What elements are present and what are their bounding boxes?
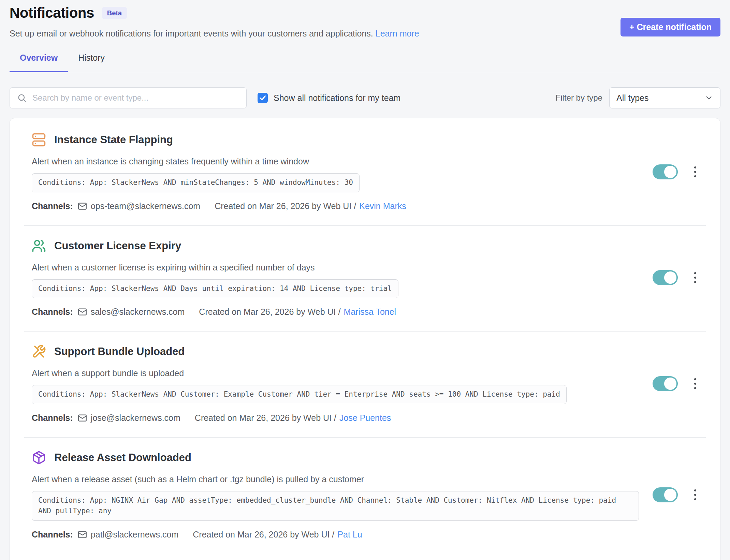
conditions-box: Conditions: App: SlackerNews AND Custome… xyxy=(32,385,567,404)
users-icon xyxy=(32,239,46,253)
filter-group: Filter by type All types xyxy=(556,87,720,108)
mail-icon xyxy=(78,413,87,423)
channels-label: Channels: xyxy=(32,530,73,540)
notification-description: Alert when a release asset (such as a He… xyxy=(32,474,639,484)
created-by-link[interactable]: Jose Puentes xyxy=(339,413,391,423)
notifications-page: Notifications Beta + Create notification… xyxy=(0,0,730,560)
package-icon xyxy=(32,451,46,465)
channel-email: sales@slackernews.com xyxy=(91,307,185,317)
notification-title: Customer License Expiry xyxy=(54,240,181,252)
notification-toggle[interactable] xyxy=(653,487,678,502)
kebab-menu-button[interactable] xyxy=(692,164,698,179)
tab-bar: Overview History xyxy=(10,53,720,72)
filter-type-value: All types xyxy=(616,93,648,103)
notification-description: Alert when an instance is changing state… xyxy=(32,157,639,166)
channels-row: Channels: patl@slackernews.com Created o… xyxy=(32,530,639,540)
channel-email: patl@slackernews.com xyxy=(91,530,178,540)
mail-icon xyxy=(78,530,87,539)
channel-email: jose@slackernews.com xyxy=(91,413,180,423)
channels-row: Channels: jose@slackernews.com Created o… xyxy=(32,413,639,423)
beta-badge: Beta xyxy=(102,7,127,19)
notification-item: Support Bundle Uploaded Alert when a sup… xyxy=(24,331,706,438)
notification-toggle[interactable] xyxy=(653,270,678,285)
kebab-menu-button[interactable] xyxy=(692,487,698,502)
notification-title: Support Bundle Uploaded xyxy=(54,345,185,358)
notification-item: Customer License Expiry Alert when a cus… xyxy=(24,226,706,332)
created-text: Created on Mar 26, 2026 by Web UI / xyxy=(199,307,340,317)
notification-item: Instance State Flapping Alert when an in… xyxy=(24,120,706,226)
notification-title: Instance State Flapping xyxy=(54,134,173,146)
page-title: Notifications xyxy=(10,5,94,21)
kebab-menu-button[interactable] xyxy=(692,376,698,391)
notifications-list: Instance State Flapping Alert when an in… xyxy=(10,118,720,560)
search-icon xyxy=(17,93,27,103)
notification-description: Alert when a support bundle is uploaded xyxy=(32,368,639,378)
notification-item: Release Asset Downloaded Alert when a re… xyxy=(24,438,706,554)
notification-description: Alert when a customer license is expirin… xyxy=(32,263,639,272)
learn-more-link[interactable]: Learn more xyxy=(376,29,419,38)
channel-email: ops-team@slackernews.com xyxy=(91,201,200,211)
channels-label: Channels: xyxy=(32,413,73,423)
filter-type-select[interactable]: All types xyxy=(609,87,720,108)
page-description: Set up email or webhook notifications fo… xyxy=(10,29,720,39)
notification-toggle[interactable] xyxy=(653,164,678,179)
team-notifications-checkbox-label: Show all notifications for my team xyxy=(274,93,400,103)
channels-row: Channels: ops-team@slackernews.com Creat… xyxy=(32,201,639,211)
notification-title: Release Asset Downloaded xyxy=(54,452,191,464)
created-by-link[interactable]: Marissa Tonel xyxy=(344,307,396,317)
mail-icon xyxy=(78,202,87,211)
team-notifications-checkbox[interactable] xyxy=(258,93,268,103)
mail-icon xyxy=(78,307,87,316)
conditions-box: Conditions: App: SlackerNews AND Days un… xyxy=(32,279,398,298)
search-box xyxy=(10,87,247,108)
channels-label: Channels: xyxy=(32,307,73,317)
team-notifications-checkbox-row[interactable]: Show all notifications for my team xyxy=(258,93,400,103)
tools-icon xyxy=(32,344,46,359)
kebab-menu-button[interactable] xyxy=(692,270,698,285)
tab-history[interactable]: History xyxy=(68,53,115,72)
created-by-link[interactable]: Kevin Marks xyxy=(359,201,406,211)
notification-toggle[interactable] xyxy=(653,376,678,391)
channels-row: Channels: sales@slackernews.com Created … xyxy=(32,307,639,317)
created-text: Created on Mar 26, 2026 by Web UI / xyxy=(215,201,356,211)
page-header: Notifications Beta xyxy=(10,5,720,21)
created-by-link[interactable]: Pat Lu xyxy=(337,530,362,540)
page-description-text: Set up email or webhook notifications fo… xyxy=(10,29,373,38)
create-notification-button[interactable]: + Create notification xyxy=(620,18,720,36)
toolbar: Show all notifications for my team Filte… xyxy=(10,87,720,108)
conditions-box: Conditions: App: NGINX Air Gap AND asset… xyxy=(32,491,639,521)
filter-by-type-label: Filter by type xyxy=(556,93,602,103)
search-input[interactable] xyxy=(10,87,247,108)
conditions-box: Conditions: App: SlackerNews AND minStat… xyxy=(32,173,360,192)
created-text: Created on Mar 26, 2026 by Web UI / xyxy=(193,530,334,540)
tab-overview[interactable]: Overview xyxy=(10,53,68,72)
server-icon xyxy=(32,133,46,147)
created-text: Created on Mar 26, 2026 by Web UI / xyxy=(195,413,336,423)
channels-label: Channels: xyxy=(32,201,73,211)
chevron-down-icon xyxy=(704,93,713,102)
